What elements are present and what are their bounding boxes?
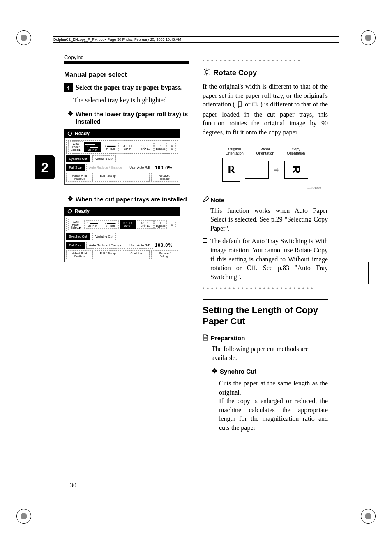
svg-rect-12 bbox=[252, 103, 257, 106]
dotted-rule: •••••••••••••••••••••••••• bbox=[203, 285, 328, 291]
section-tab-badge: 2 bbox=[35, 155, 55, 179]
book-header: DolphinC2_ENcopy_F_FM.book Page 30 Frida… bbox=[53, 36, 339, 43]
diamond-icon: ❖ bbox=[67, 196, 73, 202]
svg-rect-11 bbox=[238, 102, 242, 106]
reduce-enlarge-button: Reduce / Enlarge bbox=[151, 250, 178, 259]
variable-cut-button: Variable Cut bbox=[92, 233, 116, 240]
tray-2: 2 ▬▬▬24 inch bbox=[102, 143, 119, 151]
svg-line-8 bbox=[208, 74, 209, 74]
bypass-cell: ≡Bypass bbox=[154, 143, 167, 151]
book-header-text: DolphinC2_ENcopy_F_FM.book Page 30 Frida… bbox=[53, 37, 181, 42]
auto-reduce-button: Auto Reduce / Enlarge bbox=[86, 164, 125, 171]
ready-circle-icon bbox=[67, 209, 72, 214]
auto-reduce-button: Auto Reduce / Enlarge bbox=[86, 242, 125, 249]
full-size-button: Full Size bbox=[66, 164, 85, 171]
rotate-copy-title: Rotate Copy bbox=[213, 69, 257, 77]
tray-row: Auto PaperSelect▶ 1 ▬▬▬36 inch 2 ▬▬▬24 i… bbox=[66, 218, 178, 231]
ready-label: Ready bbox=[75, 131, 90, 136]
rotate-copy-body: If the original's width is different to … bbox=[203, 82, 328, 137]
svg-line-10 bbox=[208, 69, 209, 70]
original-box: R bbox=[222, 158, 240, 182]
synchro-cut-heading: ❖ Synchro Cut bbox=[212, 368, 328, 376]
rule bbox=[64, 62, 189, 64]
note-label-text: Note bbox=[211, 196, 224, 203]
rule bbox=[203, 299, 328, 300]
user-auto-re-button: User Auto R/E bbox=[127, 164, 153, 171]
section-tab-number: 2 bbox=[41, 159, 49, 175]
reduce-enlarge-button: Reduce / Enlarge bbox=[151, 173, 178, 182]
dotted-rule: ••••••••••••••••••••••• bbox=[203, 58, 328, 64]
square-bullet-icon bbox=[203, 238, 207, 243]
diagram-label-copy: Copy Orientation bbox=[287, 147, 305, 155]
auto-paper-label: Auto Paper bbox=[72, 143, 80, 148]
orient-cell: ▱ bbox=[168, 222, 176, 227]
tray-4: 4 ▢ ▢8½×11 bbox=[137, 220, 154, 229]
copy-box: R bbox=[284, 161, 308, 179]
adjust-position-button: Adjust Print Position bbox=[66, 173, 93, 182]
crop-mark-icon bbox=[361, 509, 376, 524]
svg-line-7 bbox=[204, 69, 205, 70]
registration-cross-icon bbox=[357, 262, 379, 284]
diagram-label-original: Original Orientation bbox=[226, 147, 244, 155]
tray-row: Auto PaperSelect▶ 1 ▬▬▬36 inch 2 ▬▬▬24 i… bbox=[66, 140, 178, 154]
page-number: 30 bbox=[70, 482, 76, 489]
ready-circle-icon bbox=[67, 131, 72, 136]
synchro-cut-body: Cuts the paper at the same length as the… bbox=[219, 379, 328, 432]
preparation-body: The following paper cut methods are avai… bbox=[212, 344, 328, 362]
step-1: 1 Select the paper tray or paper bypass. bbox=[64, 83, 189, 92]
tray-3: 3 ▢ ▢18×24 bbox=[120, 220, 136, 229]
user-auto-re-button: User Auto R/E bbox=[127, 242, 153, 249]
edit-stamp-button: Edit / Stamp bbox=[95, 173, 121, 182]
combine-button: Combine bbox=[123, 250, 150, 259]
document-icon bbox=[203, 334, 208, 342]
edit-stamp-button: Edit / Stamp bbox=[95, 250, 121, 259]
tray-2: 2 ▬▬▬24 inch bbox=[102, 220, 119, 229]
svg-point-1 bbox=[68, 209, 72, 213]
step-number-badge: 1 bbox=[64, 83, 73, 92]
crop-mark-icon bbox=[16, 30, 31, 45]
diamond-icon: ❖ bbox=[212, 368, 217, 374]
full-size-button: Full Size bbox=[66, 242, 85, 249]
combine-button-disabled: - - - - - - bbox=[123, 173, 150, 182]
ui-screenshot-roll-tray: Ready Auto PaperSelect▶ 1 ▬▬▬36 inch 2 ▬… bbox=[64, 129, 180, 191]
tray-1: 1 ▬▬▬36 inch bbox=[84, 220, 101, 229]
rotate-copy-heading: Rotate Copy bbox=[203, 68, 328, 78]
ready-label: Ready bbox=[75, 208, 90, 214]
square-bullet-icon bbox=[203, 208, 207, 212]
section-title: Manual paper select bbox=[64, 71, 189, 78]
auto-paper-label: Auto Paper bbox=[72, 220, 80, 226]
zoom-percent: 100.0% bbox=[155, 242, 173, 247]
svg-point-0 bbox=[68, 132, 72, 136]
synchro-cut-label: Synchro Cut bbox=[220, 368, 256, 376]
bypass-cell: ≡Bypass bbox=[154, 220, 167, 229]
subheading-lower-tray: ❖ When the lower tray (paper roll tray) … bbox=[67, 111, 189, 126]
running-head: Copying bbox=[64, 54, 189, 62]
step-body: The selected tray key is highlighted. bbox=[73, 96, 189, 105]
svg-point-2 bbox=[205, 71, 208, 74]
subheading-text: When the lower tray (paper roll tray) is… bbox=[76, 111, 189, 126]
subheading-text: When the cut paper trays are installed bbox=[76, 196, 187, 203]
step-text: Select the paper tray or paper bypass. bbox=[76, 83, 182, 92]
tray-3: 3 ▢ ▢18×24 bbox=[120, 143, 136, 151]
preparation-label: Preparation bbox=[211, 335, 245, 342]
landscape-page-icon bbox=[252, 101, 258, 110]
setting-length-heading: Setting the Length of Copy Paper Cut bbox=[203, 305, 328, 327]
diagram-caption: GCROTA0E bbox=[203, 186, 321, 189]
svg-line-9 bbox=[204, 74, 205, 74]
diagram-label-paper: Paper Orientation bbox=[256, 147, 274, 155]
right-column: ••••••••••••••••••••••• Rotate Copy If t… bbox=[203, 54, 328, 438]
rotate-diagram: Original Orientation Paper Orientation C… bbox=[217, 143, 314, 185]
note-item: This function works when Auto Paper Sele… bbox=[210, 206, 328, 233]
crop-mark-icon bbox=[16, 509, 31, 524]
select-label: Select bbox=[71, 148, 78, 151]
zoom-percent: 100.0% bbox=[155, 165, 173, 170]
registration-cross-icon bbox=[185, 508, 207, 529]
paper-box bbox=[245, 161, 269, 179]
adjust-position-button: Adjust Print Position bbox=[66, 250, 93, 259]
arrow-right-icon: ⇨ bbox=[274, 165, 280, 174]
synchro-cut-button: Synchro Cut bbox=[66, 233, 90, 240]
note-heading: Note bbox=[203, 196, 328, 204]
variable-cut-button: Variable Cut bbox=[92, 155, 116, 162]
registration-cross-icon bbox=[13, 262, 35, 284]
left-column: Copying Manual paper select 1 Select the… bbox=[64, 54, 189, 438]
